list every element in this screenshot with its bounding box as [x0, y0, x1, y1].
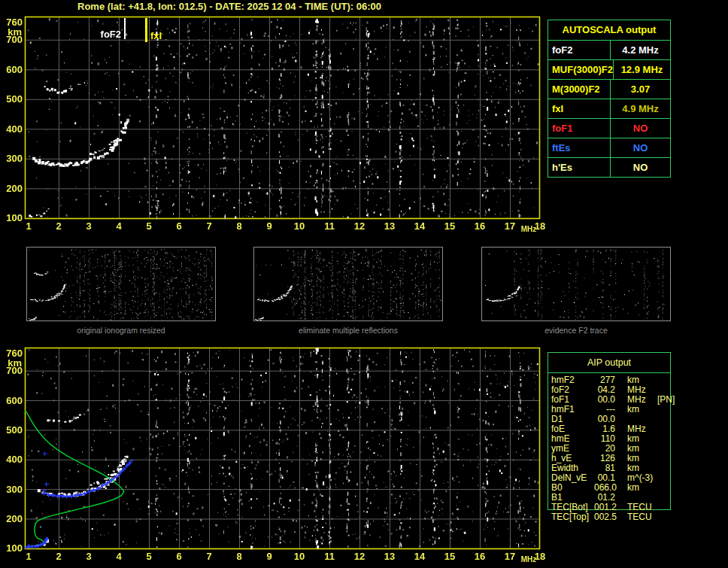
- aip-extra: [657, 444, 675, 454]
- param-value-ftEs: NO: [611, 138, 670, 157]
- table-row: M(3000)F2 3.07: [548, 79, 670, 99]
- thumbnail-caption: original ionogram resized: [26, 326, 216, 335]
- param-value-M3000F2: 3.07: [611, 80, 670, 99]
- param-value-hEs: NO: [611, 158, 670, 177]
- param-label-hEs: h'Es: [548, 158, 611, 177]
- param-value-fxI: 4.9 MHz: [611, 99, 670, 118]
- table-row: h'Es NO: [548, 157, 670, 177]
- aip-output-rows: hmF2277km foF204.2MHz foF100.0MHz[PN] hm…: [548, 375, 675, 522]
- param-label-MUF3000F2: MUF(3000)F2: [548, 60, 614, 79]
- aip-extra: [657, 463, 675, 473]
- aip-ionogram-canvas: [0, 343, 545, 568]
- autoscala-table-header: AUTOSCALA output: [548, 20, 670, 40]
- aip-extra: [657, 483, 675, 493]
- autoscala-window: Rome (lat: +41.8, lon: 012.5) - DATE: 20…: [0, 0, 728, 568]
- param-label-fxI: fxI: [548, 99, 611, 118]
- table-row: TEC[Top]002.5TECU: [548, 512, 675, 522]
- thumbnail-eliminate-reflections: [253, 247, 443, 321]
- param-label-foF2: foF2: [548, 41, 611, 59]
- table-row: MUF(3000)F2 12.9 MHz: [548, 59, 670, 79]
- aip-label-TECTop: TEC[Top]: [551, 512, 594, 522]
- autoscala-output-table: AUTOSCALA output foF2 4.2 MHz MUF(3000)F…: [548, 20, 671, 178]
- thumbnail-caption: evidence F2 trace: [481, 326, 671, 335]
- table-row: foF1 NO: [548, 118, 670, 138]
- aip-extra: [657, 375, 675, 385]
- aip-extra: [657, 434, 675, 444]
- param-value-foF2: 4.2 MHz: [611, 41, 670, 59]
- thumbnail-evidence-f2-trace: [481, 247, 671, 321]
- param-value-MUF3000F2: 12.9 MHz: [614, 60, 670, 79]
- table-row: fxI 4.9 MHz: [548, 99, 670, 118]
- station-title: Rome (lat: +41.8, lon: 012.5) - DATE: 20…: [0, 1, 459, 12]
- table-row: foF2 4.2 MHz: [548, 40, 670, 59]
- aip-extra: [657, 424, 675, 434]
- param-value-foF1: NO: [611, 119, 670, 138]
- thumbnail-caption: eliminate multiple reflections: [253, 326, 443, 335]
- aip-extra: [657, 503, 675, 512]
- aip-unit: km: [627, 405, 657, 415]
- param-label-M3000F2: M(3000)F2: [548, 80, 611, 99]
- aip-extra: [657, 405, 675, 415]
- aip-extra: [PN]: [657, 395, 675, 405]
- aip-extra: [657, 415, 675, 424]
- table-row: ftEs NO: [548, 138, 670, 157]
- aip-extra: [657, 454, 675, 463]
- autoscaled-ionogram-canvas: [0, 12, 545, 235]
- param-label-foF1: foF1: [548, 119, 611, 138]
- aip-extra: [657, 473, 675, 483]
- aip-extra: [657, 493, 675, 503]
- aip-value-TECTop: 002.5: [594, 512, 615, 522]
- thumbnail-original-ionogram: [26, 247, 216, 321]
- aip-unit: TECU: [627, 512, 657, 522]
- aip-unit: km: [627, 483, 657, 493]
- param-label-ftEs: ftEs: [548, 138, 611, 157]
- aip-table-header: AIP output: [548, 353, 670, 373]
- aip-extra: [657, 512, 675, 522]
